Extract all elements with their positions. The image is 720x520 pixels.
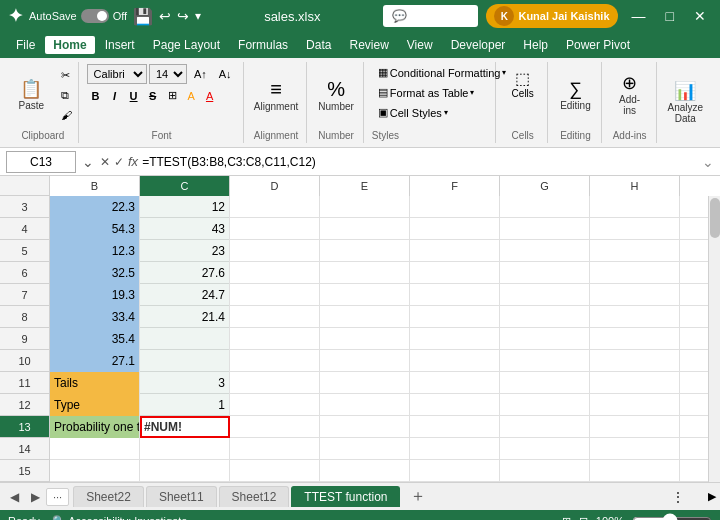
bold-button[interactable]: B xyxy=(87,88,105,104)
font-family-select[interactable]: Calibri xyxy=(87,64,147,84)
tab-more-button[interactable]: ··· xyxy=(46,488,69,506)
cell-d8[interactable] xyxy=(230,306,320,328)
analyze-data-button[interactable]: 📊 AnalyzeData xyxy=(661,77,711,129)
cell-d7[interactable] xyxy=(230,284,320,306)
autosave-toggle[interactable]: AutoSave Off xyxy=(29,9,127,23)
cell-c4[interactable]: 43 xyxy=(140,218,230,240)
cell-f4[interactable] xyxy=(410,218,500,240)
cell-b9[interactable]: 35.4 xyxy=(50,328,140,350)
cell-b4[interactable]: 54.3 xyxy=(50,218,140,240)
cell-c7[interactable]: 24.7 xyxy=(140,284,230,306)
addins-button[interactable]: ⊕ Add-ins xyxy=(607,69,653,121)
cell-f11[interactable] xyxy=(410,372,500,394)
maximize-button[interactable]: □ xyxy=(660,6,680,26)
copy-button[interactable]: ⧉ xyxy=(56,87,77,104)
increase-font-button[interactable]: A↑ xyxy=(189,66,212,82)
format-as-table-button[interactable]: ▤ Format as Table ▾ xyxy=(372,84,489,101)
cell-g7[interactable] xyxy=(500,284,590,306)
menu-developer[interactable]: Developer xyxy=(443,36,514,54)
cell-h9[interactable] xyxy=(590,328,680,350)
tab-options-icon[interactable]: ⋮ xyxy=(672,490,684,504)
cell-e3[interactable] xyxy=(320,196,410,218)
cells-button[interactable]: ⬚ Cells xyxy=(507,64,539,104)
cell-f12[interactable] xyxy=(410,394,500,416)
cell-c11[interactable]: 3 xyxy=(140,372,230,394)
row-header-14[interactable]: 14 xyxy=(0,438,49,460)
cell-b12[interactable]: Type xyxy=(50,394,140,416)
row-header-7[interactable]: 7 xyxy=(0,284,49,306)
menu-data[interactable]: Data xyxy=(298,36,339,54)
menu-view[interactable]: View xyxy=(399,36,441,54)
cell-h13[interactable] xyxy=(590,416,680,438)
menu-home[interactable]: Home xyxy=(45,36,94,54)
cell-h5[interactable] xyxy=(590,240,680,262)
cell-e12[interactable] xyxy=(320,394,410,416)
cell-g14[interactable] xyxy=(500,438,590,460)
cut-button[interactable]: ✂ xyxy=(56,67,77,84)
cell-b10[interactable]: 27.1 xyxy=(50,350,140,372)
cell-d13[interactable] xyxy=(230,416,320,438)
scroll-right-icon[interactable]: ▶ xyxy=(708,490,716,503)
save-icon[interactable]: 💾 xyxy=(133,7,153,26)
row-header-8[interactable]: 8 xyxy=(0,306,49,328)
menu-review[interactable]: Review xyxy=(341,36,396,54)
cell-g9[interactable] xyxy=(500,328,590,350)
cell-e15[interactable] xyxy=(320,460,410,482)
view-normal-icon[interactable]: ▭ xyxy=(544,515,554,521)
cell-b5[interactable]: 12.3 xyxy=(50,240,140,262)
cell-f14[interactable] xyxy=(410,438,500,460)
accessibility-status[interactable]: 🔍 Accessibility: Investigate xyxy=(52,515,188,521)
cell-f6[interactable] xyxy=(410,262,500,284)
more-tools-icon[interactable]: ▾ xyxy=(195,9,201,23)
cell-h11[interactable] xyxy=(590,372,680,394)
formula-bar-expand-icon[interactable]: ⌄ xyxy=(702,154,714,170)
cell-c6[interactable]: 27.6 xyxy=(140,262,230,284)
border-button[interactable]: ⊞ xyxy=(163,87,182,104)
col-header-c[interactable]: C xyxy=(140,176,230,196)
cell-b11[interactable]: Tails xyxy=(50,372,140,394)
conditional-formatting-button[interactable]: ▦ Conditional Formatting ▾ xyxy=(372,64,489,81)
menu-insert[interactable]: Insert xyxy=(97,36,143,54)
cell-f15[interactable] xyxy=(410,460,500,482)
row-header-6[interactable]: 6 xyxy=(0,262,49,284)
tab-sheet22[interactable]: Sheet22 xyxy=(73,486,144,507)
cell-c12[interactable]: 1 xyxy=(140,394,230,416)
cell-f3[interactable] xyxy=(410,196,500,218)
cell-h10[interactable] xyxy=(590,350,680,372)
expand-formula-icon[interactable]: ⌄ xyxy=(80,152,96,172)
col-header-h[interactable]: H xyxy=(590,176,680,196)
cell-e5[interactable] xyxy=(320,240,410,262)
cell-b15[interactable] xyxy=(50,460,140,482)
italic-button[interactable]: I xyxy=(106,88,124,104)
cell-c10[interactable] xyxy=(140,350,230,372)
cell-b13[interactable]: Probability one tail ⚠ xyxy=(50,416,140,438)
cell-e4[interactable] xyxy=(320,218,410,240)
cell-f13[interactable] xyxy=(410,416,500,438)
name-box[interactable] xyxy=(6,151,76,173)
row-header-12[interactable]: 12 xyxy=(0,394,49,416)
cell-c13[interactable]: #NUM! xyxy=(140,416,230,438)
cell-c9[interactable] xyxy=(140,328,230,350)
cell-c8[interactable]: 21.4 xyxy=(140,306,230,328)
cell-d9[interactable] xyxy=(230,328,320,350)
cell-h6[interactable] xyxy=(590,262,680,284)
cell-h8[interactable] xyxy=(590,306,680,328)
font-color-button[interactable]: A xyxy=(201,88,218,104)
cell-h12[interactable] xyxy=(590,394,680,416)
cell-g13[interactable] xyxy=(500,416,590,438)
minimize-button[interactable]: — xyxy=(626,6,652,26)
cell-d11[interactable] xyxy=(230,372,320,394)
cell-b3[interactable]: 22.3 xyxy=(50,196,140,218)
tab-sheet12[interactable]: Sheet12 xyxy=(219,486,290,507)
cell-c15[interactable] xyxy=(140,460,230,482)
row-header-4[interactable]: 4 xyxy=(0,218,49,240)
close-button[interactable]: ✕ xyxy=(688,6,712,26)
cell-d5[interactable] xyxy=(230,240,320,262)
tab-sheet11[interactable]: Sheet11 xyxy=(146,486,217,507)
view-layout-icon[interactable]: ⊞ xyxy=(562,515,571,521)
undo-btn[interactable]: ↩ xyxy=(159,8,171,24)
cell-g6[interactable] xyxy=(500,262,590,284)
decrease-font-button[interactable]: A↓ xyxy=(214,66,237,82)
menu-help[interactable]: Help xyxy=(515,36,556,54)
cell-e9[interactable] xyxy=(320,328,410,350)
